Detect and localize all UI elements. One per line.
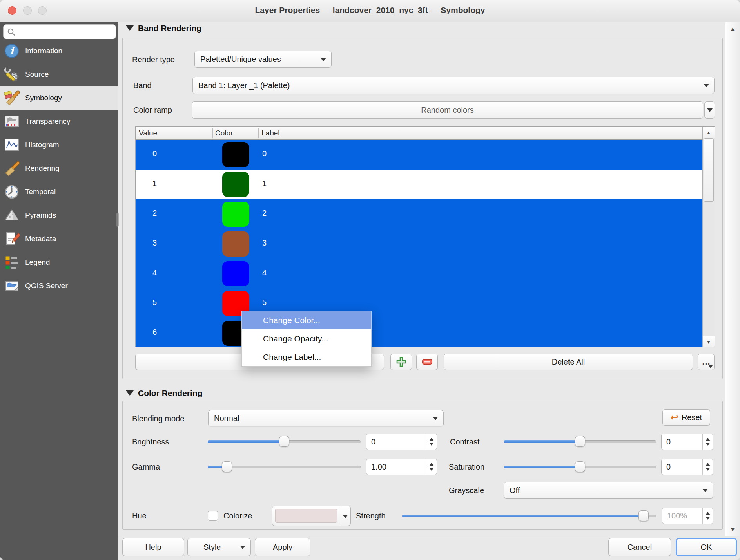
grayscale-value: Off <box>510 486 520 495</box>
cancel-label: Cancel <box>628 543 652 552</box>
context-menu: Change Color...Change Opacity...Change L… <box>241 311 372 367</box>
help-button[interactable]: Help <box>122 538 184 556</box>
menu-item-change-label[interactable]: Change Label... <box>242 348 371 366</box>
sidebar-item-information[interactable]: iInformation <box>0 39 118 63</box>
scroll-up-icon[interactable]: ▲ <box>703 127 715 138</box>
saturation-slider[interactable] <box>504 461 656 472</box>
slider-thumb[interactable] <box>638 510 649 521</box>
scroll-up-icon[interactable]: ▲ <box>725 25 740 32</box>
render-type-dropdown[interactable]: Paletted/Unique values <box>194 51 332 68</box>
column-header-label[interactable]: Label <box>261 129 280 137</box>
style-button[interactable]: Style <box>187 538 251 556</box>
slider-thumb[interactable] <box>575 436 585 447</box>
sidebar-item-pyramids[interactable]: Pyramids <box>0 204 118 227</box>
menu-item-change-opacity[interactable]: Change Opacity... <box>242 329 371 348</box>
colorize-color-button[interactable] <box>272 506 340 526</box>
advanced-options-button[interactable]: … <box>698 354 715 370</box>
blending-mode-value: Normal <box>214 414 239 423</box>
sidebar-item-legend[interactable]: Legend <box>0 251 118 274</box>
help-label: Help <box>145 543 161 552</box>
column-header-value[interactable]: Value <box>139 129 157 137</box>
palette-value: 0 <box>152 149 157 158</box>
scroll-down-icon[interactable]: ▼ <box>703 336 715 347</box>
color-ramp-button[interactable]: Random colors <box>192 101 703 119</box>
contrast-slider[interactable] <box>504 436 656 447</box>
contrast-label: Contrast <box>450 437 480 446</box>
palette-label: 1 <box>262 179 267 188</box>
stepper-icons[interactable] <box>702 508 713 524</box>
delete-all-button[interactable]: Delete All <box>444 354 693 370</box>
color-ramp-menu-button[interactable] <box>704 101 715 119</box>
chevron-down-icon <box>704 84 709 87</box>
brightness-spinbox[interactable]: 0 <box>366 434 437 450</box>
brightness-slider[interactable] <box>208 436 361 447</box>
palette-value: 5 <box>152 298 157 307</box>
colorize-checkbox[interactable] <box>208 511 218 521</box>
strength-slider[interactable] <box>402 510 656 521</box>
sidebar-item-temporal[interactable]: Temporal <box>0 180 118 204</box>
color-rendering-collapse-icon[interactable] <box>126 390 134 396</box>
palette-row-6[interactable]: 66 <box>136 318 703 347</box>
stepper-icons[interactable] <box>702 459 713 475</box>
palette-value: 1 <box>152 179 157 188</box>
band-dropdown[interactable]: Band 1: Layer _1 (Palette) <box>192 77 715 94</box>
palette-row-5[interactable]: 55 <box>136 289 703 318</box>
slider-thumb[interactable] <box>279 436 289 447</box>
stepper-icons[interactable] <box>426 459 437 475</box>
sidebar-item-histogram[interactable]: Histogram <box>0 133 118 157</box>
blending-mode-dropdown[interactable]: Normal <box>208 410 444 426</box>
palette-color-swatch[interactable] <box>222 172 249 197</box>
palette-row-1[interactable]: 11 <box>136 170 703 199</box>
dialog-scrollbar[interactable]: ▲ ▼ <box>725 22 740 536</box>
sidebar-resize-handle[interactable] <box>116 213 119 227</box>
palette-row-0[interactable]: 00 <box>136 140 703 170</box>
sidebar-item-qgis-server[interactable]: QGIS Server <box>0 274 118 298</box>
strength-value: 100% <box>662 511 702 520</box>
palette-table-scrollbar[interactable]: ▲ ▼ <box>702 127 715 347</box>
menu-item-change-color[interactable]: Change Color... <box>242 311 371 329</box>
gamma-slider[interactable] <box>208 461 361 472</box>
add-entry-button[interactable] <box>390 354 412 370</box>
column-header-color[interactable]: Color <box>215 129 233 137</box>
slider-thumb[interactable] <box>222 461 232 472</box>
apply-button[interactable]: Apply <box>255 538 310 556</box>
sidebar-item-label: Pyramids <box>25 211 56 220</box>
palette-value: 6 <box>152 328 157 337</box>
gamma-spinbox[interactable]: 1.00 <box>366 459 437 475</box>
color-rendering-header: Color Rendering <box>138 388 203 398</box>
contrast-spinbox[interactable]: 0 <box>661 434 713 450</box>
band-rendering-collapse-icon[interactable] <box>126 25 134 31</box>
palette-row-2[interactable]: 22 <box>136 199 703 229</box>
scroll-down-icon[interactable]: ▼ <box>725 526 740 533</box>
render-type-value: Paletted/Unique values <box>200 55 281 64</box>
sidebar-search-input[interactable] <box>3 24 116 39</box>
ok-button[interactable]: OK <box>676 538 737 556</box>
cancel-button[interactable]: Cancel <box>608 538 671 556</box>
palette-row-3[interactable]: 33 <box>136 229 703 259</box>
palette-color-swatch[interactable] <box>222 261 249 286</box>
chevron-down-icon <box>240 546 245 549</box>
reset-button[interactable]: ↩ Reset <box>662 409 710 426</box>
sidebar-item-metadata[interactable]: Metadata <box>0 227 118 251</box>
strength-spinbox[interactable]: 100% <box>662 508 713 524</box>
brightness-label: Brightness <box>132 437 169 446</box>
stepper-icons[interactable] <box>702 434 713 450</box>
sidebar-item-transparency[interactable]: Transparency <box>0 110 118 133</box>
palette-color-swatch[interactable] <box>222 202 249 227</box>
grayscale-dropdown[interactable]: Off <box>504 482 713 499</box>
grayscale-label: Grayscale <box>449 486 484 495</box>
palette-color-swatch[interactable] <box>222 231 249 257</box>
palette-row-4[interactable]: 44 <box>136 259 703 289</box>
sidebar-item-rendering[interactable]: Rendering <box>0 157 118 180</box>
sidebar: iInformationSourceSymbologyTransparencyH… <box>0 22 118 560</box>
remove-entry-button[interactable] <box>416 354 438 370</box>
sidebar-item-source[interactable]: Source <box>0 63 118 86</box>
palette-color-swatch[interactable] <box>222 142 249 167</box>
scrollbar-thumb[interactable] <box>704 138 714 202</box>
colorize-color-menu-button[interactable] <box>340 506 351 526</box>
saturation-spinbox[interactable]: 0 <box>661 459 713 475</box>
slider-thumb[interactable] <box>575 461 585 472</box>
sidebar-item-symbology[interactable]: Symbology <box>0 86 118 110</box>
stepper-icons[interactable] <box>426 434 437 450</box>
palette-table: Value Color Label 00112233445566 ▲ ▼ <box>135 126 715 347</box>
